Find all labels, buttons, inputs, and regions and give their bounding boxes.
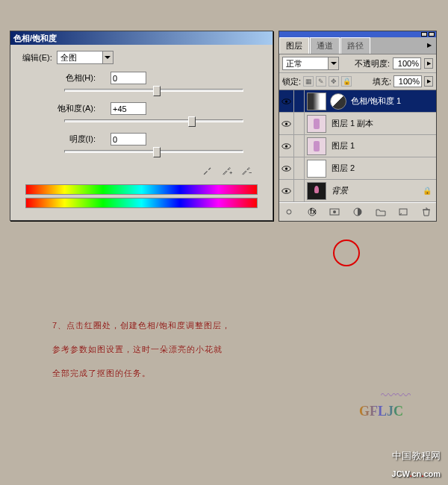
- blend-mode-dropdown[interactable]: 正常: [282, 57, 339, 70]
- lightness-slider[interactable]: [64, 150, 243, 153]
- watermark-url: JCW.cn.com: [392, 463, 441, 481]
- svg-point-7: [285, 167, 287, 169]
- visibility-eye-icon[interactable]: [279, 113, 294, 135]
- edit-dropdown-value: 全图: [57, 52, 102, 63]
- visibility-eye-icon[interactable]: [279, 157, 294, 180]
- layer-row[interactable]: 图层 1 副本: [279, 113, 436, 135]
- saturation-slider[interactable]: [64, 119, 243, 122]
- tab-channels[interactable]: 通道: [310, 37, 340, 54]
- lightness-slider-thumb[interactable]: [153, 147, 161, 157]
- lock-label: 锁定:: [282, 76, 301, 87]
- opacity-input[interactable]: [393, 57, 421, 69]
- tutorial-caption: 7、点击红圈处，创建色相/饱和度调整图层， 参考参数如图设置，这时一朵漂亮的小花…: [52, 313, 411, 385]
- panel-menu-icon[interactable]: [423, 37, 436, 54]
- fill-input[interactable]: [393, 75, 422, 87]
- layer-row[interactable]: 图层 2: [279, 157, 436, 180]
- logo-ornament: 〰〰: [381, 387, 411, 404]
- link-cell[interactable]: [294, 180, 305, 202]
- eyedropper-minus-icon[interactable]: [240, 163, 253, 177]
- fill-label: 填充:: [373, 76, 391, 87]
- link-cell[interactable]: [294, 135, 305, 157]
- hue-label: 色相(H):: [19, 72, 102, 84]
- hue-slider[interactable]: [64, 89, 243, 92]
- visibility-eye-icon[interactable]: [279, 135, 294, 157]
- eyedropper-icon[interactable]: [201, 163, 214, 177]
- dialog-titlebar[interactable]: 色相/饱和度: [10, 31, 273, 45]
- layer-style-icon[interactable]: fx: [307, 206, 318, 218]
- hue-row: 色相(H):: [19, 72, 264, 84]
- layer-thumb[interactable]: [307, 115, 326, 133]
- layer-mask-icon[interactable]: [329, 206, 340, 218]
- layer-thumb[interactable]: [307, 137, 326, 155]
- annotation-red-circle: [333, 240, 360, 266]
- saturation-row: 饱和度(A):: [19, 102, 264, 115]
- svg-point-1: [285, 100, 287, 102]
- layer-mask-thumb[interactable]: [307, 93, 326, 110]
- new-layer-icon[interactable]: [398, 206, 409, 218]
- caption-line: 参考参数如图设置，这时一朵漂亮的小花就: [52, 337, 411, 361]
- layer-name[interactable]: 图层 1 副本: [332, 118, 436, 129]
- caption-line: 全部完成了抠图的任务。: [52, 361, 411, 385]
- close-icon[interactable]: [429, 32, 435, 37]
- eyedropper-plus-icon[interactable]: [220, 163, 234, 177]
- eyedropper-group: [19, 163, 253, 177]
- lock-transparency-icon[interactable]: ▦: [303, 76, 314, 87]
- hue-slider-thumb[interactable]: [153, 86, 161, 96]
- layer-name[interactable]: 背景: [332, 185, 423, 196]
- link-cell[interactable]: [294, 90, 305, 113]
- panel-tabs: 图层 通道 路径: [279, 37, 436, 54]
- saturation-slider-thumb[interactable]: [188, 116, 196, 127]
- layer-list: 色相/饱和度 1 图层 1 副本 图层 1 图层 2 背景 🔒: [279, 90, 436, 202]
- edit-label: 编辑(E):: [22, 52, 52, 63]
- layer-row[interactable]: 图层 1: [279, 135, 436, 157]
- saturation-label: 饱和度(A):: [19, 103, 102, 114]
- svg-text:fx: fx: [310, 207, 317, 216]
- saturation-input[interactable]: [111, 102, 146, 115]
- visibility-eye-icon[interactable]: [279, 180, 294, 202]
- watermark-part: cn: [411, 469, 421, 478]
- layer-row-background[interactable]: 背景 🔒: [279, 180, 436, 202]
- lightness-input[interactable]: [111, 133, 146, 146]
- layer-name[interactable]: 图层 2: [332, 163, 436, 174]
- fill-flyout-icon[interactable]: [424, 76, 433, 87]
- visibility-eye-icon[interactable]: [279, 90, 294, 113]
- layer-row-adjustment[interactable]: 色相/饱和度 1: [279, 90, 436, 113]
- layer-name[interactable]: 色相/饱和度 1: [351, 96, 436, 107]
- link-cell[interactable]: [294, 113, 305, 135]
- lock-brush-icon[interactable]: ✎: [316, 76, 326, 87]
- opacity-label: 不透明度:: [355, 58, 390, 69]
- watermark-part: com: [423, 469, 441, 478]
- tab-layers[interactable]: 图层: [279, 37, 309, 54]
- edit-row: 编辑(E): 全图: [19, 51, 264, 64]
- adjustment-thumb-icon[interactable]: [330, 93, 346, 110]
- lightness-label: 明度(I):: [19, 134, 102, 145]
- hue-input[interactable]: [111, 72, 146, 84]
- tab-paths[interactable]: 路径: [340, 37, 370, 54]
- dropdown-arrow-icon[interactable]: [328, 57, 338, 69]
- lock-icon: 🔒: [423, 187, 432, 195]
- layer-thumb[interactable]: [307, 160, 326, 178]
- lock-all-icon[interactable]: 🔒: [341, 76, 352, 87]
- hue-spectrum-bottom: [25, 198, 258, 208]
- lock-move-icon[interactable]: ✥: [329, 76, 339, 87]
- lightness-row: 明度(I):: [19, 133, 264, 146]
- adjustment-layer-icon[interactable]: [352, 206, 364, 218]
- delete-layer-icon[interactable]: [420, 206, 432, 218]
- panel-footer: fx: [279, 202, 436, 221]
- layers-panel: 图层 通道 路径 正常 不透明度: 锁定: ▦ ✎ ✥ 🔒 填充: 色相/饱和度…: [279, 31, 437, 222]
- link-cell[interactable]: [294, 157, 305, 180]
- link-layers-icon[interactable]: [284, 206, 295, 218]
- minimize-icon[interactable]: [421, 32, 427, 37]
- svg-point-3: [285, 122, 287, 125]
- new-group-icon[interactable]: [375, 206, 386, 218]
- layer-thumb[interactable]: [307, 182, 326, 200]
- blend-mode-value: 正常: [283, 58, 328, 69]
- svg-point-9: [285, 190, 287, 192]
- blend-mode-row: 正常 不透明度:: [279, 54, 436, 73]
- dropdown-arrow-icon[interactable]: [102, 51, 113, 63]
- opacity-flyout-icon[interactable]: [424, 58, 433, 69]
- logo-text: GFLJC: [359, 404, 403, 419]
- edit-dropdown[interactable]: 全图: [57, 51, 113, 64]
- layer-name[interactable]: 图层 1: [332, 140, 436, 151]
- dialog-title: 色相/饱和度: [13, 33, 57, 44]
